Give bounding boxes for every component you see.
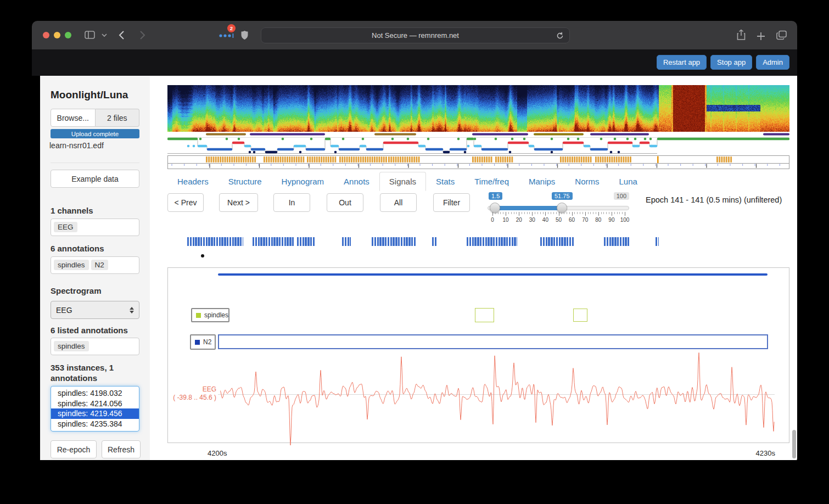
zoom-in-button[interactable]: In xyxy=(273,193,310,212)
slider-tick xyxy=(625,212,625,216)
slider-tick xyxy=(548,212,548,214)
slider-from-badge: 1.5 xyxy=(489,192,502,200)
extension-badge: 2 xyxy=(227,24,236,32)
slider-tick xyxy=(612,212,612,216)
slider-tick xyxy=(553,212,554,214)
channels-heading: 1 channels xyxy=(51,206,93,215)
extension-icon[interactable] xyxy=(219,33,234,38)
channel-name: EEG xyxy=(168,385,216,394)
tab-hypnogram[interactable]: Hypnogram xyxy=(272,172,334,191)
admin-button[interactable]: Admin xyxy=(756,55,789,70)
next-button[interactable]: Next > xyxy=(219,193,258,212)
close-window-icon[interactable] xyxy=(43,32,49,38)
slider-tick-label: 90 xyxy=(605,217,618,223)
spindles-legend-label: spindles xyxy=(204,311,228,319)
filter-button[interactable]: Filter xyxy=(433,193,470,212)
slider-tick xyxy=(603,212,604,214)
slider-tick xyxy=(619,212,620,214)
instance-cluster xyxy=(372,237,416,246)
zoom-window-icon[interactable] xyxy=(65,32,71,38)
slider-tick xyxy=(503,212,503,214)
browse-button[interactable]: Browse... xyxy=(51,109,96,127)
instance-cluster xyxy=(253,237,294,246)
spindle-event-box xyxy=(475,308,494,322)
example-data-button[interactable]: Example data xyxy=(51,170,139,188)
new-tab-icon[interactable] xyxy=(757,32,765,41)
slider-tick-label: 30 xyxy=(525,217,539,223)
uploaded-filename: learn-nsrr01.edf xyxy=(49,141,104,150)
instance-list[interactable]: spindles: 4198.032 spindles: 4214.056 sp… xyxy=(51,386,139,432)
window-controls xyxy=(43,32,71,38)
upload-progress-bar: Upload complete xyxy=(51,129,139,138)
tab-timefreq[interactable]: Time/freq xyxy=(464,172,519,191)
scrollbar-thumb[interactable] xyxy=(792,430,796,458)
minimize-window-icon[interactable] xyxy=(54,32,60,38)
tab-luna[interactable]: Luna xyxy=(609,172,647,191)
slider-tick xyxy=(622,212,623,214)
shield-icon[interactable] xyxy=(240,30,249,40)
slider-tick xyxy=(522,212,522,214)
slider-tick-label: 100 xyxy=(618,217,631,223)
signal-chart-panel[interactable]: spindles N2 EEG ( -39.8 .. 45.6 ) xyxy=(167,267,789,443)
tab-manips[interactable]: Manips xyxy=(519,172,565,191)
slider-tick xyxy=(535,212,535,214)
listed-annotations-box[interactable]: spindles xyxy=(51,338,139,355)
sidebar-toggle-icon[interactable] xyxy=(85,31,95,39)
epoch-controls: < Prev Next > In Out All Filter xyxy=(167,193,470,212)
divider xyxy=(51,163,139,163)
listed-annotation-chip: spindles xyxy=(54,341,89,351)
instances-heading: 353 instances, 1 annotations xyxy=(51,362,138,383)
instance-cluster xyxy=(297,237,315,246)
n2-legend[interactable]: N2 xyxy=(190,334,216,350)
slider-tick xyxy=(593,212,593,214)
instance-list-item[interactable]: spindles: 4214.056 xyxy=(51,399,139,409)
all-button[interactable]: All xyxy=(380,193,417,212)
slider-tick xyxy=(498,212,498,214)
back-icon[interactable] xyxy=(119,30,125,40)
tab-structure[interactable]: Structure xyxy=(219,172,272,191)
tab-overview-icon[interactable] xyxy=(776,30,787,40)
tab-stats[interactable]: Stats xyxy=(426,172,464,191)
instance-list-item[interactable]: spindles: 4235.384 xyxy=(51,419,139,429)
signal-extent-bar xyxy=(218,273,768,276)
reload-icon[interactable] xyxy=(556,32,564,40)
forward-icon[interactable] xyxy=(139,30,145,40)
spindles-legend-swatch xyxy=(196,313,201,318)
slider-tick xyxy=(588,212,589,214)
zoom-out-button[interactable]: Out xyxy=(327,193,363,212)
spectrogram-channel-select[interactable]: EEG xyxy=(51,301,139,319)
instance-list-item[interactable]: spindles: 4198.032 xyxy=(51,388,139,399)
slider-tick xyxy=(590,212,591,214)
slider-tick-label: 20 xyxy=(512,217,525,223)
annotations-heading: 6 annotations xyxy=(51,244,104,253)
instance-cluster xyxy=(342,237,351,246)
whole-night-spectrogram xyxy=(167,85,789,132)
address-bar[interactable]: Not Secure — remnrem.net xyxy=(261,27,570,43)
annotation-chip: spindles xyxy=(54,260,89,270)
slider-tick xyxy=(564,212,564,214)
hypnogram-annotation-tracks xyxy=(167,132,789,170)
annotation-chip: N2 xyxy=(91,260,108,270)
annotation-instances-strip[interactable] xyxy=(167,237,789,247)
tab-annots[interactable]: Annots xyxy=(334,172,379,191)
spindles-legend[interactable]: spindles xyxy=(191,308,229,322)
slider-tick xyxy=(508,212,509,214)
main-content: Headers Structure Hypnogram Annots Signa… xyxy=(150,76,797,460)
tab-signals[interactable]: Signals xyxy=(379,172,426,191)
annotations-box[interactable]: spindlesN2 xyxy=(51,256,139,274)
restart-app-button[interactable]: Restart app xyxy=(657,55,707,70)
re-epoch-button[interactable]: Re-epoch xyxy=(51,440,97,458)
refresh-button[interactable]: Refresh xyxy=(102,440,141,458)
slider-tick xyxy=(519,212,519,216)
stop-app-button[interactable]: Stop app xyxy=(710,55,752,70)
tab-headers[interactable]: Headers xyxy=(167,172,219,191)
share-icon[interactable] xyxy=(736,29,746,41)
x-axis-start-label: 4200s xyxy=(208,449,227,457)
prev-button[interactable]: < Prev xyxy=(167,193,204,212)
chevron-down-icon[interactable] xyxy=(102,33,107,37)
tab-norms[interactable]: Norms xyxy=(565,172,609,191)
n2-legend-label: N2 xyxy=(203,338,211,346)
instance-list-item[interactable]: spindles: 4219.456 xyxy=(51,408,139,419)
channels-box[interactable]: EEG xyxy=(51,219,139,236)
slider-tick-label: 80 xyxy=(592,217,605,223)
